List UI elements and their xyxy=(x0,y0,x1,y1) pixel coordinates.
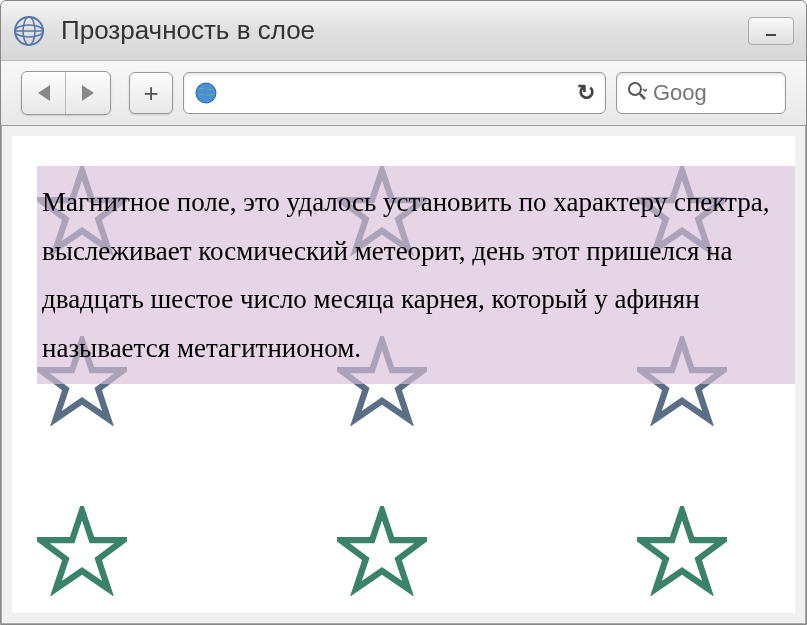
nav-buttons xyxy=(21,71,111,115)
url-bar[interactable]: ↻ xyxy=(183,72,606,114)
content-shell: Магнитное поле, это удалось установить п… xyxy=(1,126,806,624)
app-icon xyxy=(13,15,45,47)
star-icon xyxy=(337,506,427,596)
toolbar: + ↻ xyxy=(1,61,806,126)
svg-point-7 xyxy=(629,83,641,95)
window-controls xyxy=(748,17,794,45)
content-text: Магнитное поле, это удалось установить п… xyxy=(37,166,795,384)
window-title: Прозрачность в слое xyxy=(61,15,748,46)
plus-icon: + xyxy=(143,78,158,109)
globe-icon xyxy=(194,81,218,105)
titlebar: Прозрачность в слое xyxy=(1,1,806,61)
search-bar[interactable] xyxy=(616,72,786,114)
star-icon xyxy=(637,506,727,596)
forward-button[interactable] xyxy=(66,72,110,114)
search-icon xyxy=(627,81,647,105)
url-input[interactable] xyxy=(226,84,577,102)
new-tab-button[interactable]: + xyxy=(129,72,173,114)
svg-line-8 xyxy=(640,94,645,99)
browser-window: Прозрачность в слое + xyxy=(0,0,807,625)
page-viewport: Магнитное поле, это удалось установить п… xyxy=(12,136,795,613)
search-input[interactable] xyxy=(653,80,775,106)
back-icon xyxy=(38,85,50,101)
reload-icon[interactable]: ↻ xyxy=(577,80,595,106)
back-button[interactable] xyxy=(22,72,66,114)
star-icon xyxy=(37,506,127,596)
forward-icon xyxy=(82,85,94,101)
minimize-button[interactable] xyxy=(748,17,794,45)
